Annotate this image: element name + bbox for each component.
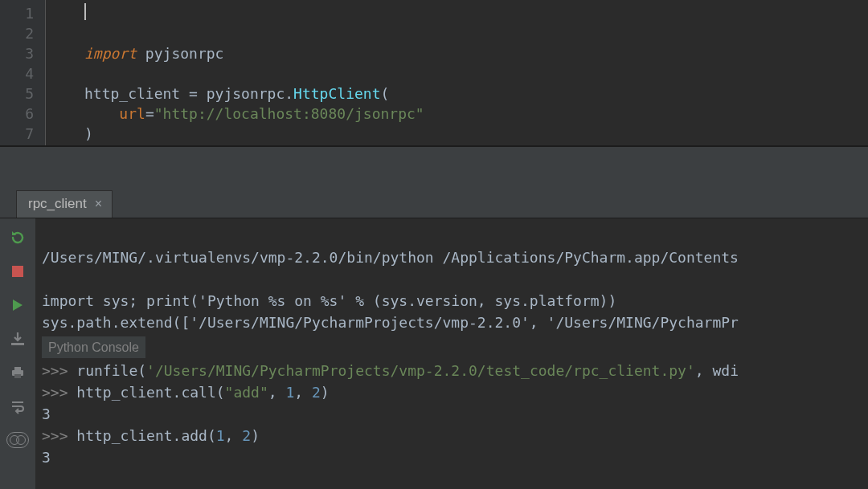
console-code: ) xyxy=(321,384,330,401)
console-code: , xyxy=(225,427,243,444)
svg-rect-0 xyxy=(12,266,23,277)
console-code: runfile( xyxy=(76,362,146,379)
tab-label: rpc_client xyxy=(28,196,87,212)
download-icon xyxy=(10,331,26,347)
run-button[interactable] xyxy=(6,294,29,316)
console-tab-bar: rpc_client × xyxy=(0,186,868,218)
line-number: 2 xyxy=(3,23,34,43)
line-number: 3 xyxy=(3,43,34,63)
svg-rect-4 xyxy=(14,374,21,378)
console-number: 1 xyxy=(285,384,294,401)
console-panel: /Users/MING/.virtualenvs/vmp-2.2.0/bin/p… xyxy=(0,218,868,489)
rerun-button[interactable] xyxy=(6,226,29,249)
keyword-import: import xyxy=(84,45,137,62)
console-code: http_client.call( xyxy=(76,384,224,401)
show-variables-button[interactable] xyxy=(6,429,29,451)
kwarg-name: url xyxy=(119,105,145,122)
console-toolbar xyxy=(0,218,35,489)
console-code: ) xyxy=(251,427,260,444)
identifier: http_client xyxy=(84,85,189,102)
line-number: 7 xyxy=(3,124,34,144)
operator-eq: = xyxy=(145,105,154,122)
code-editor[interactable]: 1 2 3 4 5 6 7 import pyjsonrpc http_clie… xyxy=(0,0,868,146)
print-button[interactable] xyxy=(6,361,29,384)
prompt: >>> xyxy=(42,427,76,444)
string-literal: "http://localhost:8080/jsonrpc" xyxy=(154,105,424,122)
dot: . xyxy=(285,85,293,102)
download-button[interactable] xyxy=(6,328,29,350)
wrap-icon xyxy=(10,398,26,414)
glasses-icon xyxy=(6,432,29,448)
play-icon xyxy=(10,298,25,312)
console-result: 3 xyxy=(42,405,51,422)
prompt: >>> xyxy=(42,384,76,401)
stop-icon xyxy=(11,265,24,278)
indent xyxy=(84,105,119,122)
close-icon[interactable]: × xyxy=(95,198,102,210)
code-text-area[interactable]: import pyjsonrpc http_client = pyjsonrpc… xyxy=(46,0,868,145)
console-number: 1 xyxy=(216,427,225,444)
console-code: , xyxy=(268,384,286,401)
line-number: 5 xyxy=(3,84,34,104)
svg-rect-3 xyxy=(14,367,21,370)
svg-rect-1 xyxy=(11,343,24,345)
console-result: 3 xyxy=(42,449,51,466)
module-name: pyjsonrpc xyxy=(137,45,223,62)
class-name: HttpClient xyxy=(293,85,380,102)
line-number: 4 xyxy=(3,63,34,84)
console-line: sys.path.extend(['/Users/MING/PycharmPro… xyxy=(42,314,739,331)
module-ref: pyjsonrpc xyxy=(198,85,285,102)
line-number: 6 xyxy=(3,104,34,124)
operator-eq: = xyxy=(189,85,198,102)
console-code: , wdi xyxy=(695,362,739,379)
console-number: 2 xyxy=(312,384,321,401)
tab-rpc-client[interactable]: rpc_client × xyxy=(16,190,113,218)
printer-icon xyxy=(10,365,26,381)
console-code: http_client.add( xyxy=(76,427,215,444)
line-number-gutter: 1 2 3 4 5 6 7 xyxy=(0,0,45,145)
console-string: '/Users/MING/PycharmProjects/vmp-2.2.0/t… xyxy=(146,362,695,379)
console-output[interactable]: /Users/MING/.virtualenvs/vmp-2.2.0/bin/p… xyxy=(35,218,868,489)
console-number: 2 xyxy=(242,427,251,444)
text-caret xyxy=(84,3,86,20)
rerun-icon xyxy=(10,230,26,246)
stop-button[interactable] xyxy=(6,260,29,283)
console-line: /Users/MING/.virtualenvs/vmp-2.2.0/bin/p… xyxy=(42,249,739,266)
console-string: "add" xyxy=(225,384,268,401)
line-number: 1 xyxy=(3,3,34,23)
soft-wrap-button[interactable] xyxy=(6,395,29,418)
panel-gap xyxy=(0,146,868,186)
paren-open: ( xyxy=(380,85,389,102)
paren-close: ) xyxy=(84,125,93,142)
console-line: import sys; print('Python %s on %s' % (s… xyxy=(42,292,616,309)
console-header: Python Console xyxy=(42,336,145,358)
console-code: , xyxy=(294,384,312,401)
prompt: >>> xyxy=(42,362,76,379)
